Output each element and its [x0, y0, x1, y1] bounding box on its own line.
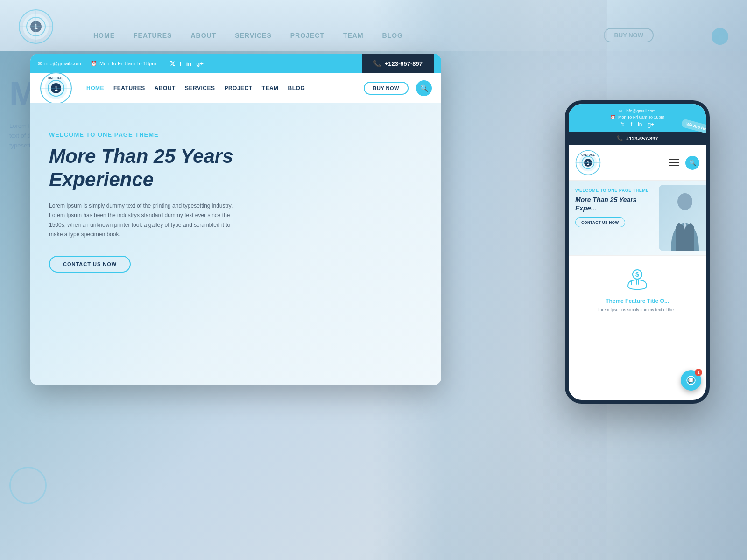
twitter-icon[interactable]: 𝕏 — [170, 60, 175, 67]
hero-subtitle: WELCOME TO ONE PAGE THEME — [49, 131, 282, 138]
desktop-hours: ⏰ Mon To Fri 8am To 18pm — [91, 61, 156, 67]
desktop-hero: WELCOME TO ONE PAGE THEME More Than 25 Y… — [30, 103, 441, 385]
mobile-googleplus-icon[interactable]: g+ — [648, 121, 655, 128]
nav-features[interactable]: FEATURES — [113, 85, 145, 91]
chat-bubble[interactable]: 💬 1 — [681, 370, 701, 391]
hamburger-menu[interactable] — [669, 159, 679, 167]
svg-point-24 — [677, 193, 692, 210]
chat-badge: 1 — [695, 369, 702, 376]
mobile-nav: 1 ONE PAGE 🔍 — [569, 145, 706, 181]
mobile-phone-bar: 📞 +123-657-897 — [569, 132, 706, 145]
svg-text:ONE PAGE: ONE PAGE — [581, 154, 595, 156]
hero-content: WELCOME TO ONE PAGE THEME More Than 25 Y… — [30, 103, 301, 301]
mobile-feature-section: $ Theme Feature Title O... Lorem Ipsum i… — [569, 255, 706, 320]
mobile-hero: WELCOME TO ONE PAGE THEME More Than 25 Y… — [569, 181, 706, 255]
desktop-social-icons: 𝕏 f in g+ — [170, 60, 203, 67]
desktop-phone-bar: 📞 +123-657-897 — [362, 54, 434, 73]
mobile-clock-icon: ⏰ — [610, 115, 615, 119]
mobile-email-icon: ✉ — [619, 109, 623, 113]
googleplus-icon[interactable]: g+ — [196, 60, 204, 67]
bg-nav-home: HOME — [93, 32, 115, 39]
svg-text:$: $ — [635, 271, 639, 278]
contact-us-button[interactable]: CONTACT US NOW — [49, 256, 131, 273]
linkedin-icon[interactable]: in — [186, 60, 192, 67]
desktop-nav-right: BUY NOW 🔍 — [364, 80, 432, 96]
bg-nav-project: PROJECT — [290, 32, 324, 39]
desktop-nav: 1 ONE PAGE HOME FEATURES ABOUT SERVICES … — [30, 73, 441, 103]
nav-project[interactable]: PROJECT — [224, 85, 252, 91]
mobile-search-button[interactable]: 🔍 — [685, 156, 699, 170]
mobile-logo[interactable]: 1 ONE PAGE — [575, 150, 601, 175]
svg-text:ONE PAGE: ONE PAGE — [48, 77, 65, 80]
mobile-nav-icons: 🔍 — [669, 156, 699, 170]
mobile-hero-title: More Than 25 Years Expe... — [575, 196, 650, 212]
clock-icon: ⏰ — [91, 61, 97, 67]
feature-icon-container: $ — [575, 265, 699, 293]
desktop-email: ✉ info@gmail.com — [38, 61, 81, 67]
phone-icon: 📞 — [373, 60, 381, 67]
desktop-nav-links: HOME FEATURES ABOUT SERVICES PROJECT TEA… — [86, 85, 305, 91]
nav-about[interactable]: ABOUT — [155, 85, 176, 91]
mobile-contact-button[interactable]: CONTACT US NOW — [575, 217, 625, 227]
search-button[interactable]: 🔍 — [416, 80, 432, 96]
email-icon: ✉ — [38, 61, 42, 67]
bg-nav-features: FEATURES — [134, 32, 172, 39]
mobile-feature-title: Theme Feature Title O... — [575, 298, 699, 304]
background-circle-decoration — [9, 467, 47, 504]
mobile-email-line: ✉ info@gmail.com — [574, 109, 700, 113]
bg-nav-services: SERVICES — [235, 32, 272, 39]
desktop-top-bar: ✉ info@gmail.com ⏰ Mon To Fri 8am To 18p… — [30, 54, 441, 73]
svg-text:💬: 💬 — [688, 377, 694, 384]
hero-description: Lorem Ipsum is simply dummy text of the … — [49, 201, 245, 239]
hero-title: More Than 25 Years Experience — [49, 145, 282, 192]
mobile-feature-description: Lorem Ipsum is simply dummy text of the.… — [575, 307, 699, 314]
mobile-facebook-icon[interactable]: f — [631, 121, 632, 128]
background-logo: 1 — [18, 8, 54, 47]
mobile-linkedin-icon[interactable]: in — [638, 121, 642, 128]
nav-team[interactable]: TEAM — [262, 85, 279, 91]
bg-nav-about: ABOUT — [190, 32, 216, 39]
desktop-logo[interactable]: 1 ONE PAGE — [40, 72, 72, 105]
facebook-icon[interactable]: f — [179, 60, 181, 67]
mobile-twitter-icon[interactable]: 𝕏 — [620, 121, 625, 128]
nav-home[interactable]: HOME — [86, 85, 104, 91]
mobile-mockup: ✉ info@gmail.com ⏰ Mon To Fri 8am To 18p… — [565, 100, 710, 404]
buy-now-button[interactable]: BUY NOW — [364, 82, 409, 95]
mobile-hours-line: ⏰ Mon To Fri 8am To 18pm — [574, 115, 700, 119]
mobile-phone-icon: 📞 — [617, 135, 623, 141]
nav-services[interactable]: SERVICES — [185, 85, 215, 91]
bg-nav-team: TEAM — [343, 32, 364, 39]
mobile-hero-image — [659, 185, 706, 251]
nav-blog[interactable]: BLOG — [288, 85, 305, 91]
desktop-mockup: ✉ info@gmail.com ⏰ Mon To Fri 8am To 18p… — [30, 54, 441, 385]
